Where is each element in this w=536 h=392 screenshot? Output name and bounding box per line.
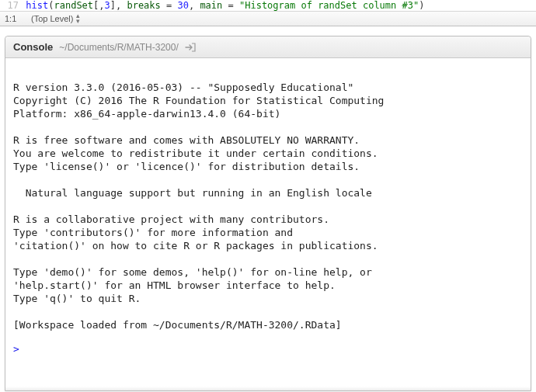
- panel-gap: [0, 26, 536, 36]
- console-header: Console ~/Documents/R/MATH-3200/: [5, 36, 531, 58]
- editor-code-strip[interactable]: 17 hist(randSet[,3], breaks = 30, main =…: [0, 0, 536, 11]
- console-title: Console: [13, 41, 53, 53]
- console-output: R version 3.3.0 (2016-05-03) -- "Suppose…: [13, 68, 523, 331]
- editor-status-bar: 1:1 (Top Level) ▴▾: [0, 11, 536, 26]
- chevron-updown-icon: ▴▾: [76, 13, 80, 24]
- console-panel: Console ~/Documents/R/MATH-3200/ R versi…: [5, 36, 531, 391]
- console-working-dir[interactable]: ~/Documents/R/MATH-3200/: [59, 42, 179, 53]
- editor-code-line: hist(randSet[,3], breaks = 30, main = "H…: [26, 0, 424, 11]
- scope-selector[interactable]: (Top Level) ▴▾: [31, 13, 80, 24]
- popout-icon[interactable]: [185, 43, 196, 52]
- line-number: 17: [0, 0, 23, 11]
- console-body[interactable]: R version 3.3.0 (2016-05-03) -- "Suppose…: [5, 58, 531, 390]
- shadow-decoration: [5, 387, 531, 390]
- console-prompt[interactable]: >: [13, 342, 523, 356]
- scope-label: (Top Level): [31, 14, 73, 23]
- cursor-position: 1:1: [5, 14, 31, 23]
